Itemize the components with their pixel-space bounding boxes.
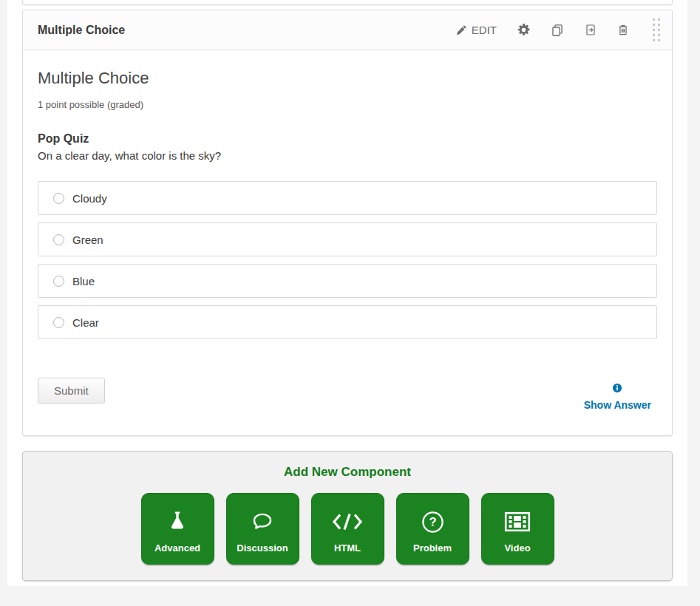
add-discussion-button[interactable]: Discussion: [226, 493, 299, 565]
code-icon: [331, 505, 364, 539]
component-actions: EDIT: [446, 16, 665, 44]
submit-button[interactable]: Submit: [38, 378, 105, 404]
problem-points: 1 point possible (graded): [38, 98, 657, 112]
edit-button[interactable]: EDIT: [446, 19, 507, 41]
add-video-button[interactable]: Video: [481, 493, 554, 565]
add-button-label: Discussion: [237, 542, 288, 554]
choice-label: Blue: [72, 275, 95, 287]
choice-row[interactable]: Green: [38, 222, 657, 256]
add-html-button[interactable]: HTML: [311, 493, 384, 565]
add-button-label: Advanced: [154, 542, 200, 554]
move-icon: [585, 24, 597, 36]
problem-actions-row: Submit Show Answer: [38, 378, 657, 411]
problem-heading: Multiple Choice: [38, 69, 657, 88]
choice-row[interactable]: Clear: [38, 305, 657, 339]
settings-button[interactable]: [507, 19, 540, 41]
duplicate-button[interactable]: [540, 19, 574, 41]
add-problem-button[interactable]: ? Problem: [396, 493, 469, 565]
add-new-component-panel: Add New Component Advanced Discussion HT…: [22, 451, 673, 581]
edit-button-label: EDIT: [472, 24, 497, 36]
choice-label: Clear: [72, 316, 99, 329]
drag-handle-icon[interactable]: [648, 16, 665, 44]
radio-button[interactable]: [53, 234, 64, 245]
problem-preview: Multiple Choice 1 point possible (graded…: [23, 50, 672, 435]
choice-group: Cloudy Green Blue Clear: [38, 181, 657, 339]
add-new-component-title: Add New Component: [23, 465, 672, 480]
radio-button[interactable]: [53, 317, 64, 328]
choice-row[interactable]: Cloudy: [38, 181, 657, 215]
film-strip-icon: [504, 505, 531, 539]
svg-text:?: ?: [429, 515, 436, 528]
quiz-question: On a clear day, what color is the sky?: [38, 148, 657, 163]
component-title: Multiple Choice: [38, 24, 125, 37]
show-answer-link[interactable]: Show Answer: [584, 399, 651, 411]
multiple-choice-component-card: Multiple Choice EDIT: [22, 10, 673, 436]
pencil-icon: [456, 24, 467, 35]
delete-button[interactable]: [607, 19, 639, 41]
radio-button[interactable]: [53, 193, 64, 204]
add-button-label: Video: [504, 542, 530, 554]
quiz-label: Pop Quiz: [38, 131, 657, 146]
choice-label: Green: [72, 234, 103, 246]
choice-label: Cloudy: [72, 192, 107, 205]
question-circle-icon: ?: [421, 505, 445, 539]
radio-button[interactable]: [53, 276, 64, 287]
add-button-label: HTML: [334, 542, 361, 554]
move-button[interactable]: [574, 19, 607, 41]
component-card-header: Multiple Choice EDIT: [23, 10, 672, 50]
duplicate-icon: [551, 24, 564, 37]
flask-icon: [166, 505, 188, 539]
add-component-buttons: Advanced Discussion HTML ? Problem: [23, 493, 672, 565]
unit-page: Multiple Choice EDIT: [7, 0, 687, 586]
add-button-label: Problem: [413, 542, 452, 554]
trash-icon: [617, 24, 629, 36]
info-icon: [612, 383, 622, 396]
choice-row[interactable]: Blue: [38, 264, 657, 298]
show-answer-block[interactable]: Show Answer: [584, 378, 651, 411]
speech-bubble-icon: [250, 505, 275, 539]
previous-component-edge: [22, 0, 673, 5]
add-advanced-button[interactable]: Advanced: [141, 493, 214, 565]
gear-icon: [517, 24, 530, 36]
